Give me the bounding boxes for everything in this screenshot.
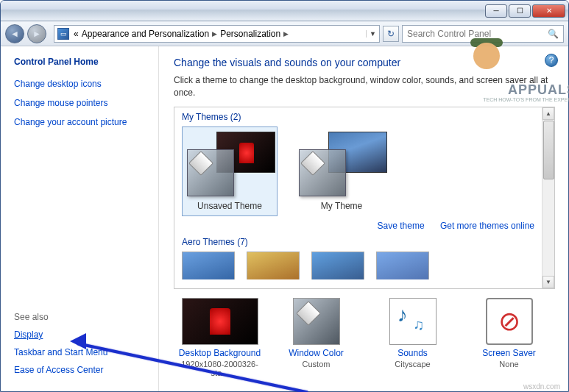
address-dropdown[interactable]: ▼ bbox=[366, 30, 376, 38]
save-theme-link[interactable]: Save theme bbox=[378, 221, 425, 231]
sidebar: Control Panel Home Change desktop icons … bbox=[1, 46, 159, 392]
see-also-ease-of-access[interactable]: Ease of Access Center bbox=[14, 365, 158, 375]
aero-themes-label: Aero Themes (7) bbox=[182, 237, 534, 247]
themes-scroll-area: My Themes (2) Unsaved Theme bbox=[174, 107, 542, 288]
scroll-down-arrow[interactable]: ▼ bbox=[543, 276, 554, 288]
minimize-button[interactable]: ─ bbox=[485, 4, 507, 18]
window-color-value: Custom bbox=[273, 360, 359, 368]
breadcrumb-2[interactable]: Personalization bbox=[220, 29, 280, 39]
sidebar-link-account-picture[interactable]: Change your account picture bbox=[14, 117, 158, 127]
desktop-background-value: 1920x1080-2000326-sta... bbox=[177, 360, 263, 377]
see-also-label: See also bbox=[14, 312, 158, 322]
theme-links-row: Save theme Get more themes online bbox=[182, 221, 534, 231]
search-icon: 🔍 bbox=[548, 29, 559, 39]
refresh-button[interactable]: ↻ bbox=[383, 26, 399, 42]
theme-item-mytheme[interactable]: My Theme bbox=[294, 126, 389, 216]
theme-label: My Theme bbox=[321, 201, 362, 211]
watermark-mascot: APPUALS TECH HOW-TO'S FROM THE EXPERTS! bbox=[466, 37, 517, 81]
sounds-col[interactable]: ♪♫ Sounds Cityscape bbox=[370, 298, 456, 377]
address-bar[interactable]: ▭ « Appearance and Personalization ▶ Per… bbox=[54, 25, 380, 43]
watermark-brand: APPUALS bbox=[508, 82, 569, 98]
aero-theme-item[interactable] bbox=[311, 252, 364, 279]
footer-credit: wsxdn.com bbox=[523, 382, 560, 391]
screen-saver-value: None bbox=[466, 360, 552, 368]
breadcrumb-prefix: « bbox=[74, 29, 79, 39]
desktop-background-link[interactable]: Desktop Background bbox=[177, 348, 263, 358]
back-button[interactable]: ◄ bbox=[5, 24, 24, 43]
help-icon[interactable]: ? bbox=[545, 54, 558, 67]
window-color-link[interactable]: Window Color bbox=[273, 348, 359, 358]
theme-label: Unsaved Theme bbox=[197, 201, 262, 211]
my-themes-label: My Themes (2) bbox=[182, 112, 534, 122]
get-more-themes-link[interactable]: Get more themes online bbox=[440, 221, 534, 231]
maximize-button[interactable]: ☐ bbox=[509, 4, 531, 18]
window-color-col[interactable]: Window Color Custom bbox=[273, 298, 359, 377]
screen-saver-thumb bbox=[486, 298, 533, 345]
chevron-right-icon[interactable]: ▶ bbox=[212, 30, 217, 38]
screen-saver-link[interactable]: Screen Saver bbox=[466, 348, 552, 358]
sounds-thumb: ♪♫ bbox=[389, 298, 437, 345]
desktop-background-thumb bbox=[182, 298, 258, 345]
sidebar-link-desktop-icons[interactable]: Change desktop icons bbox=[14, 79, 158, 89]
personalization-bottom-row: Desktop Background 1920x1080-2000326-sta… bbox=[174, 298, 555, 377]
sounds-link[interactable]: Sounds bbox=[370, 348, 456, 358]
close-button[interactable]: ✕ bbox=[532, 4, 565, 18]
aero-themes-row bbox=[182, 252, 534, 279]
screen-saver-col[interactable]: Screen Saver None bbox=[466, 298, 552, 377]
forward-button[interactable]: ► bbox=[27, 24, 46, 43]
theme-item-unsaved[interactable]: Unsaved Theme bbox=[182, 126, 278, 216]
scroll-thumb[interactable] bbox=[543, 121, 554, 179]
sounds-value: Cityscape bbox=[370, 360, 456, 368]
watermark-tagline: TECH HOW-TO'S FROM THE EXPERTS! bbox=[483, 97, 569, 102]
vertical-scrollbar[interactable]: ▲ ▼ bbox=[542, 107, 554, 288]
window-color-thumb bbox=[293, 298, 340, 345]
control-panel-home-link[interactable]: Control Panel Home bbox=[14, 57, 158, 67]
aero-theme-item[interactable] bbox=[247, 252, 300, 279]
aero-theme-item[interactable] bbox=[376, 252, 429, 279]
see-also-taskbar[interactable]: Taskbar and Start Menu bbox=[14, 347, 158, 357]
aero-theme-item[interactable] bbox=[182, 252, 235, 279]
desktop-background-col[interactable]: Desktop Background 1920x1080-2000326-sta… bbox=[177, 298, 263, 377]
location-icon: ▭ bbox=[57, 28, 69, 40]
chevron-right-icon[interactable]: ▶ bbox=[283, 30, 289, 38]
breadcrumb-1[interactable]: Appearance and Personalization bbox=[82, 29, 209, 39]
scroll-up-arrow[interactable]: ▲ bbox=[543, 107, 554, 120]
titlebar: ─ ☐ ✕ bbox=[1, 1, 568, 21]
sidebar-link-mouse-pointers[interactable]: Change mouse pointers bbox=[14, 98, 158, 108]
theme-thumbnail bbox=[187, 132, 275, 196]
see-also-display[interactable]: Display bbox=[14, 329, 158, 340]
theme-thumbnail bbox=[299, 132, 387, 196]
themes-list-box: My Themes (2) Unsaved Theme bbox=[174, 107, 555, 289]
